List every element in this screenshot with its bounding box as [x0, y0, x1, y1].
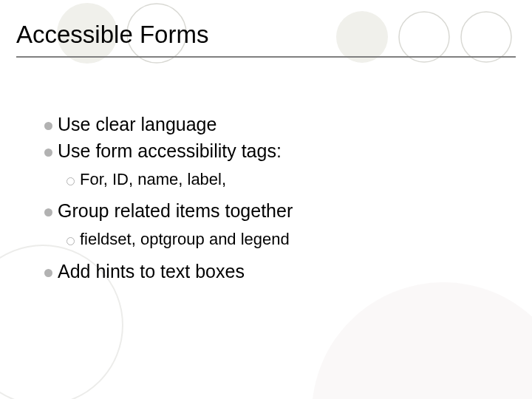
bullet-text: Use form accessibility tags:: [58, 139, 282, 164]
title-underline: [16, 56, 516, 58]
bullet-hollow-icon: [66, 237, 75, 245]
svg-point-4: [461, 12, 511, 62]
svg-point-3: [399, 12, 449, 62]
sub-bullet-item: fieldset, optgroup and legend: [66, 228, 293, 250]
slide-content: Use clear language Use form accessibilit…: [44, 112, 293, 285]
sub-bullet-text: fieldset, optgroup and legend: [80, 228, 290, 250]
bullet-text: Add hints to text boxes: [58, 259, 245, 284]
bullet-text: Group related items together: [58, 199, 293, 224]
bullet-solid-icon: [44, 269, 52, 277]
bullet-item: Group related items together: [44, 199, 293, 224]
bullet-item: Add hints to text boxes: [44, 259, 293, 284]
bullet-solid-icon: [44, 149, 52, 157]
slide-title: Accessible Forms: [16, 21, 208, 49]
circle-icon: [310, 281, 532, 399]
sub-bullet-item: For, ID, name, label,: [66, 168, 293, 191]
bullet-hollow-icon: [66, 177, 75, 185]
bullet-text: Use clear language: [58, 112, 216, 137]
bullet-item: Use clear language: [44, 112, 293, 137]
bullet-solid-icon: [44, 122, 52, 130]
bullet-item: Use form accessibility tags:: [44, 139, 293, 164]
svg-point-2: [336, 11, 388, 63]
sub-bullet-text: For, ID, name, label,: [80, 168, 226, 191]
bullet-solid-icon: [44, 208, 52, 216]
svg-point-6: [312, 282, 532, 399]
